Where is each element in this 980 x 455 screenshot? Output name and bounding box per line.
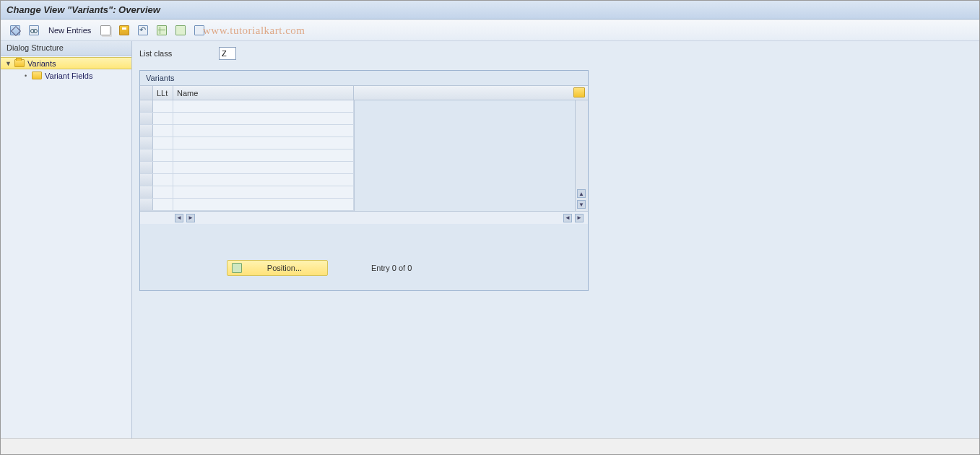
table-row[interactable] [140,100,354,113]
undo-icon[interactable] [136,23,150,38]
row-selector[interactable] [140,113,153,124]
row-selector[interactable] [140,100,153,112]
scroll-right-end-icon[interactable]: ► [575,214,584,222]
column-header-llt[interactable]: LLt [153,86,173,100]
table-row[interactable] [140,113,354,125]
cell-name[interactable] [173,199,354,210]
row-selector[interactable] [140,174,153,186]
scroll-up-icon[interactable]: ▲ [577,189,586,198]
cell-name[interactable] [173,113,354,124]
watermark-text: www.tutorialkart.com [203,25,305,37]
tree-node-label: Variant Fields [45,72,92,80]
cell-name[interactable] [173,174,354,186]
cell-llt[interactable] [153,125,173,136]
page-title: Change View "Variants": Overview [6,4,160,15]
sidebar-header: Dialog Structure [1,41,131,56]
bullet-icon: • [22,72,29,79]
select-all-icon[interactable] [155,23,169,38]
table-row[interactable] [140,174,354,186]
grid-header-row: LLt Name [140,86,588,100]
cell-llt[interactable] [153,137,173,149]
table-settings-icon[interactable] [573,87,585,98]
cell-name[interactable] [173,186,354,198]
cell-llt[interactable] [153,186,173,198]
folder-open-icon [14,59,25,67]
variants-panel: Variants LLt Name ▲ ▼ [139,70,589,291]
table-row[interactable] [140,199,354,211]
row-selector[interactable] [140,137,153,149]
delete-icon[interactable] [117,23,131,38]
cell-llt[interactable] [153,100,173,112]
row-selector[interactable] [140,162,153,173]
status-bar [1,438,979,454]
main-area: Dialog Structure ▼ Variants • Variant Fi… [1,41,979,438]
toggle-change-icon[interactable] [8,23,22,38]
title-bar: Change View "Variants": Overview [1,1,979,20]
column-header-name[interactable]: Name [173,86,354,100]
variants-grid: LLt Name ▲ ▼ [140,85,588,224]
list-class-label: List class [139,49,212,58]
cell-name[interactable] [173,137,354,149]
tree-node-variants[interactable]: ▼ Variants [1,57,131,69]
folder-icon [32,72,42,79]
cell-llt[interactable] [153,150,173,161]
new-entries-button[interactable]: New Entries [45,25,94,36]
horizontal-scrollbar[interactable]: ◄ ► ◄ ► [140,211,588,224]
position-button[interactable]: Position... [227,260,328,276]
scroll-left-end-icon[interactable]: ◄ [563,214,572,222]
grid-body: ▲ ▼ [140,100,588,211]
application-toolbar: New Entries www.tutorialkart.com [1,20,979,41]
tree-node-label: Variants [27,59,56,68]
copy-icon[interactable] [98,23,113,38]
row-header-corner[interactable] [140,86,153,100]
table-row[interactable] [140,162,354,174]
scroll-down-icon[interactable]: ▼ [577,200,586,209]
tree: ▼ Variants • Variant Fields [1,56,131,83]
table-row[interactable] [140,186,354,199]
cell-llt[interactable] [153,162,173,173]
scroll-left-icon[interactable]: ◄ [175,214,183,222]
column-header-filler [354,86,588,100]
list-class-input[interactable] [219,47,236,60]
cell-name[interactable] [173,162,354,173]
expand-collapse-icon[interactable]: ▼ [5,60,12,67]
cell-llt[interactable] [153,113,173,124]
cell-name[interactable] [173,150,354,161]
panel-title: Variants [140,71,588,85]
entry-counter: Entry 0 of 0 [371,264,412,272]
table-row[interactable] [140,150,354,162]
row-selector[interactable] [140,150,153,161]
panel-footer: Position... Entry 0 of 0 [140,224,588,290]
tree-node-variant-fields[interactable]: • Variant Fields [1,69,131,82]
row-selector[interactable] [140,125,153,136]
table-row[interactable] [140,137,354,150]
select-block-icon[interactable] [173,23,188,38]
scroll-right-icon[interactable]: ► [186,214,195,222]
grid-rows [140,100,354,211]
content-area: List class Variants LLt Name [132,41,979,438]
cell-llt[interactable] [153,199,173,210]
list-class-row: List class [139,47,972,60]
dialog-structure-sidebar: Dialog Structure ▼ Variants • Variant Fi… [1,41,132,438]
table-row[interactable] [140,125,354,137]
cell-llt[interactable] [153,174,173,186]
row-selector[interactable] [140,186,153,198]
deselect-all-icon[interactable] [192,23,207,38]
position-button-label: Position... [246,264,323,272]
cell-name[interactable] [173,125,354,136]
display-detail-icon[interactable] [27,23,41,38]
position-icon [232,263,242,273]
grid-filler: ▲ ▼ [354,100,588,211]
vertical-scrollbar[interactable]: ▲ ▼ [575,100,588,211]
row-selector[interactable] [140,199,153,210]
cell-name[interactable] [173,100,354,112]
